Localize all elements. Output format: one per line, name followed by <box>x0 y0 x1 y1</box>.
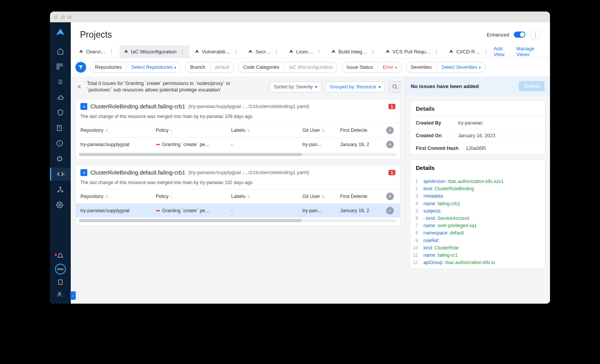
nav-network[interactable] <box>50 183 71 196</box>
search-button[interactable] <box>389 81 400 93</box>
code-line: 8 namespace: default <box>410 229 545 237</box>
resource-title[interactable]: ClusterRoleBinding.default.failing-crb1 <box>90 170 185 176</box>
col-repository[interactable]: Repository⇅ <box>76 189 151 203</box>
tab-menu-icon[interactable]: ⋮ <box>232 48 239 55</box>
col-policy[interactable]: Policy↓ <box>151 189 227 203</box>
svg-marker-25 <box>248 50 253 53</box>
dismiss-summary-icon[interactable]: ✕ <box>75 82 83 91</box>
expand-row-button[interactable]: + <box>386 141 394 148</box>
svg-rect-20 <box>58 280 62 284</box>
tab-6[interactable]: VCS Pull Requ…⋮ <box>381 45 444 58</box>
tab-icon <box>331 49 336 54</box>
tab-3[interactable]: Secr…⋮ <box>244 45 284 58</box>
table-row[interactable]: try-panwiac/supplygoat •••Granting `crea… <box>76 137 400 151</box>
issues-pane: ✕ Total 0 issues for 'Granting `create` … <box>71 76 405 304</box>
resource-path: (try-panwiac/supplygoat :.../1/clusterro… <box>188 170 309 175</box>
table-row[interactable]: try-panwiac/supplygoat •••Granting `crea… <box>76 203 400 218</box>
nav-code[interactable]: › <box>50 168 71 181</box>
col-policy[interactable]: Policy↓ <box>151 123 227 137</box>
col-git-user[interactable]: Git User⇅ <box>298 123 335 137</box>
enhanced-toggle[interactable] <box>514 32 525 38</box>
page-menu-button[interactable]: ⋮ <box>530 29 541 40</box>
col-labels[interactable]: Labels⇅ <box>227 189 298 203</box>
svg-text:⎈: ⎈ <box>83 105 85 108</box>
details-metadata-card: Details Created Bytry-panwiac Created On… <box>410 100 545 155</box>
nav-list[interactable]: › <box>50 75 71 88</box>
horizontal-scrollbar[interactable] <box>79 153 397 156</box>
svg-marker-24 <box>195 50 199 53</box>
traffic-max[interactable] <box>68 15 72 19</box>
nav-policy[interactable]: › <box>50 121 71 135</box>
col-first-detected[interactable]: First Detecte <box>335 189 382 203</box>
code-line: 11 name: failing-cr1 <box>410 252 545 259</box>
manage-views-link[interactable]: Manage Views <box>517 46 541 57</box>
code-line: 4 name: failing-crb1 <box>410 200 545 208</box>
tab-5[interactable]: Build Integ…⋮ <box>327 45 380 58</box>
tab-menu-icon[interactable]: ⋮ <box>108 48 115 55</box>
expand-row-button[interactable]: + <box>386 207 394 214</box>
resource-path: (try-panwiac/supplygoat :.../1/clusterro… <box>188 103 309 109</box>
no-issues-message: No issues have been added <box>411 83 479 89</box>
tab-menu-icon[interactable]: ⋮ <box>433 48 440 55</box>
tab-icon <box>448 49 454 54</box>
expand-sidebar-tab[interactable]: › <box>70 291 76 300</box>
col-git-user[interactable]: Git User⇅ <box>298 189 335 203</box>
svg-marker-28 <box>385 50 390 53</box>
svg-marker-26 <box>289 50 293 53</box>
add-column-button[interactable]: + <box>386 126 394 134</box>
horizontal-scrollbar[interactable] <box>79 219 397 222</box>
severity-icon: ••• <box>156 208 160 213</box>
code-line: 3metadata: <box>410 193 545 200</box>
filter-issue-status[interactable]: Issue Status Error▾ <box>342 62 402 73</box>
tab-menu-icon[interactable]: ⋮ <box>370 48 377 55</box>
code-line: 5subjects: <box>410 208 545 215</box>
col-labels[interactable]: Labels⇅ <box>227 123 298 137</box>
code-line: 7 name: over-privileged-sa1 <box>410 222 545 229</box>
usage-gauge[interactable]: 69% <box>55 264 66 274</box>
filter-repositories[interactable]: Repositories Select Repositories▾ <box>90 62 181 73</box>
traffic-close[interactable] <box>54 15 58 19</box>
col-repository[interactable]: Repository⇅ <box>76 123 151 137</box>
col-first-detected[interactable]: First Detecte <box>335 123 382 137</box>
nav-settings[interactable]: › <box>50 198 71 211</box>
svg-marker-23 <box>124 50 128 53</box>
tab-2[interactable]: Vulnerabili…⋮ <box>190 45 243 58</box>
traffic-min[interactable] <box>61 15 65 19</box>
code-line: 6- kind: ServiceAccount <box>410 215 545 222</box>
issues-table: Repository⇅ Policy↓ Labels⇅ Git User⇅ Fi… <box>76 123 400 151</box>
tab-menu-icon[interactable]: ⋮ <box>273 48 280 55</box>
tab-1[interactable]: IaC Misconfiguration⋮ <box>120 45 190 58</box>
page-title: Projects <box>80 30 112 40</box>
nav-home[interactable] <box>50 45 71 58</box>
resource-title[interactable]: ClusterRoleBinding.default.failing-crb1 <box>90 103 185 110</box>
nav-dashboard[interactable]: › <box>50 60 71 73</box>
tab-menu-icon[interactable]: ⋮ <box>179 48 186 55</box>
group-dropdown[interactable]: Grouped by: Resource▾ <box>325 81 385 92</box>
tab-4[interactable]: Licen…⋮ <box>285 45 326 58</box>
nav-shield[interactable] <box>50 106 71 119</box>
tab-menu-icon[interactable]: ⋮ <box>315 48 322 55</box>
tab-0[interactable]: Overvi…⋮ <box>75 45 119 58</box>
nav-alert[interactable]: › <box>50 137 71 150</box>
issues-table: Repository⇅ Policy↓ Labels⇅ Git User⇅ Fi… <box>76 189 400 218</box>
filter-severities[interactable]: Severities Select Severities▾ <box>406 62 486 73</box>
filter-branch[interactable]: Branch default <box>185 62 234 73</box>
nav-docs[interactable] <box>50 278 71 287</box>
nav-notifications[interactable] <box>50 251 71 261</box>
svg-text:⎈: ⎈ <box>83 171 85 175</box>
nav-profile[interactable]: › <box>50 290 71 299</box>
nav-cloud[interactable] <box>50 91 71 104</box>
add-view-link[interactable]: Add View <box>494 46 510 57</box>
add-column-button[interactable]: + <box>386 193 394 200</box>
svg-marker-22 <box>79 50 83 53</box>
filter-icon[interactable] <box>75 62 86 73</box>
submit-button[interactable]: Submit <box>519 81 545 91</box>
mac-titlebar <box>50 12 550 22</box>
filter-code-categories[interactable]: Code Categories IaC Misconfiguration <box>238 62 338 73</box>
nav-compute[interactable]: › <box>50 152 71 165</box>
tab-7[interactable]: CI/CD R…⋮ <box>445 45 493 58</box>
sort-dropdown[interactable]: Sorted by: Severity▾ <box>270 81 322 92</box>
view-tabs: Overvi…⋮IaC Misconfiguration⋮Vulnerabili… <box>71 45 550 58</box>
tab-menu-icon[interactable]: ⋮ <box>482 48 489 55</box>
tab-icon <box>385 49 390 54</box>
